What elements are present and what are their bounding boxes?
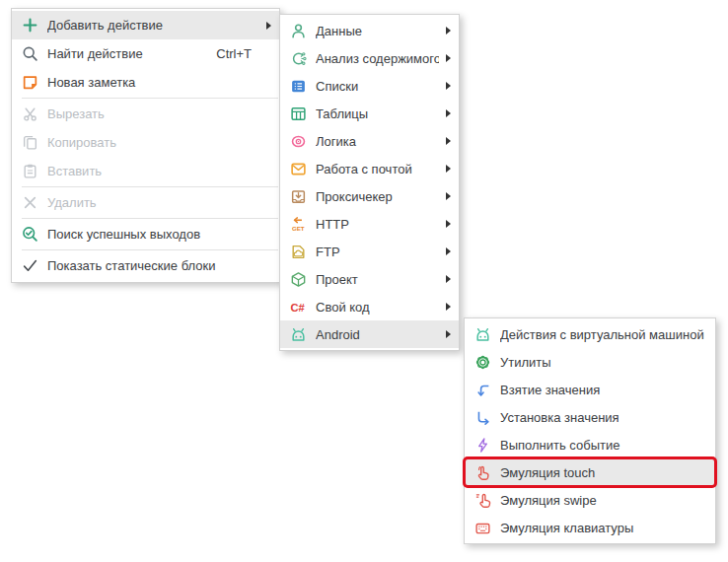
menu-item-label: FTP [316, 245, 439, 259]
set-value-arrow-icon [473, 409, 491, 426]
http-get-icon: GET [289, 216, 307, 233]
submenu-arrow-icon [446, 303, 451, 311]
logic-icon [289, 133, 307, 150]
menu-item[interactable]: Взятие значения [465, 376, 715, 403]
shortcut-label: Ctrl+T [216, 46, 252, 61]
android-icon [289, 326, 307, 343]
submenu-arrow-icon [266, 22, 271, 30]
menu-item-label: Выполнить событие [500, 438, 705, 453]
menu-item[interactable]: FTP [280, 238, 459, 265]
menu-item[interactable]: Установка значения [465, 403, 715, 431]
menu-item[interactable]: Эмуляция touch [465, 458, 715, 486]
menu-item[interactable]: Анализ содержимого [280, 44, 459, 72]
submenu-arrow-icon [446, 220, 451, 228]
menu-item-label: Показать статические блоки [47, 258, 259, 273]
menu-item[interactable]: C#Свой код [280, 293, 459, 320]
menu-item-label: Android [316, 327, 439, 342]
menu-item-label: Данные [316, 24, 439, 38]
menu-item: Вырезать [12, 100, 279, 128]
menu-item-label: Копировать [47, 135, 259, 150]
gear-icon [473, 354, 491, 371]
submenu-arrow-icon [446, 137, 451, 145]
menu-item[interactable]: Данные [280, 17, 459, 44]
menu-item[interactable]: Выполнить событие [465, 431, 715, 458]
menu-item[interactable]: Новая заметка [12, 68, 279, 97]
submenu-arrow-icon [446, 330, 451, 338]
table-icon [289, 105, 307, 122]
menu-item[interactable]: Работа с почтой [280, 155, 459, 182]
csharp-icon: C# [289, 299, 307, 316]
check-icon [21, 257, 38, 274]
menu-separator [22, 218, 278, 219]
menu-item-label: Анализ содержимого [316, 51, 439, 66]
menu-separator [22, 98, 278, 99]
menu-item[interactable]: Найти действиеCtrl+T [12, 39, 279, 68]
menu-item[interactable]: Списки [280, 72, 459, 100]
content-analysis-icon [289, 50, 307, 67]
menu-item[interactable]: Логика [280, 127, 459, 155]
take-value-arrow-icon [473, 382, 491, 398]
paste-icon [21, 163, 38, 179]
lightning-icon [473, 437, 491, 454]
menu-item-label: Удалить [47, 195, 259, 210]
menu-item: Удалить [12, 188, 279, 217]
submenu-arrow-icon [446, 54, 451, 62]
menu-item[interactable]: Поиск успешных выходов [12, 220, 279, 248]
cut-icon [21, 105, 38, 122]
plus-icon [21, 17, 38, 34]
menu-item-label: Работа с почтой [316, 162, 439, 176]
menu-item[interactable]: Добавить действие [12, 11, 279, 39]
search-success-icon [21, 226, 38, 243]
menu-item-label: Новая заметка [47, 75, 259, 90]
menu-item[interactable]: Эмуляция swipe [465, 486, 715, 514]
menu-item-label: Логика [316, 134, 439, 149]
menu-item-label: Эмуляция touch [500, 465, 705, 480]
menu-item-label: Установка значения [500, 410, 705, 425]
menu-item-label: Эмуляция swipe [500, 493, 705, 508]
menu-separator [22, 249, 278, 250]
proxy-inbox-icon [289, 188, 307, 205]
person-icon [289, 23, 307, 39]
submenu-arrow-icon [446, 109, 451, 117]
menu-item-label: Поиск успешных выходов [47, 227, 259, 242]
svg-text:GET: GET [291, 225, 304, 232]
add-action-submenu: ДанныеАнализ содержимогоСпискиТаблицыЛог… [279, 14, 460, 351]
submenu-arrow-icon [446, 247, 451, 255]
menu-item-label: Взятие значения [500, 383, 705, 397]
menu-item-label: Проксичекер [316, 189, 439, 204]
menu-item-label: HTTP [316, 217, 439, 232]
menu-item: Вставить [12, 157, 279, 185]
menu-item[interactable]: Android [280, 320, 459, 348]
submenu-arrow-icon [446, 192, 451, 200]
menu-item[interactable]: GETHTTP [280, 210, 459, 238]
menu-item-label: Списки [316, 79, 439, 94]
menu-item-label: Добавить действие [47, 18, 259, 33]
menu-item: Копировать [12, 128, 279, 157]
android-icon [473, 326, 491, 343]
menu-item-label: Вырезать [47, 106, 259, 121]
menu-item-label: Найти действие [47, 46, 204, 61]
submenu-arrow-icon [446, 275, 451, 283]
menu-item-label: Свой код [316, 300, 439, 315]
menu-item[interactable]: Проксичекер [280, 182, 459, 210]
menu-item-label: Таблицы [316, 106, 439, 121]
swipe-icon [473, 492, 491, 509]
submenu-arrow-icon [446, 27, 451, 35]
keyboard-icon [473, 520, 491, 536]
menu-item[interactable]: Утилиты [465, 348, 715, 376]
submenu-arrow-icon [446, 82, 451, 90]
menu-item[interactable]: Проект [280, 265, 459, 293]
touch-icon [473, 464, 491, 481]
svg-text:C#: C# [290, 301, 305, 313]
android-submenu: Действия с виртуальной машинойУтилитыВзя… [464, 317, 716, 544]
ftp-file-icon [289, 244, 307, 260]
menu-item-label: Проект [316, 272, 439, 287]
menu-item[interactable]: Действия с виртуальной машиной [465, 320, 715, 348]
menu-item-label: Вставить [47, 164, 259, 178]
context-menu: Добавить действиеНайти действиеCtrl+TНов… [11, 8, 280, 283]
menu-item[interactable]: Таблицы [280, 100, 459, 127]
menu-item-label: Эмуляция клавиатуры [500, 521, 705, 535]
menu-item[interactable]: Показать статические блоки [12, 251, 279, 280]
menu-item-label: Утилиты [500, 355, 705, 370]
menu-item[interactable]: Эмуляция клавиатуры [465, 514, 715, 541]
